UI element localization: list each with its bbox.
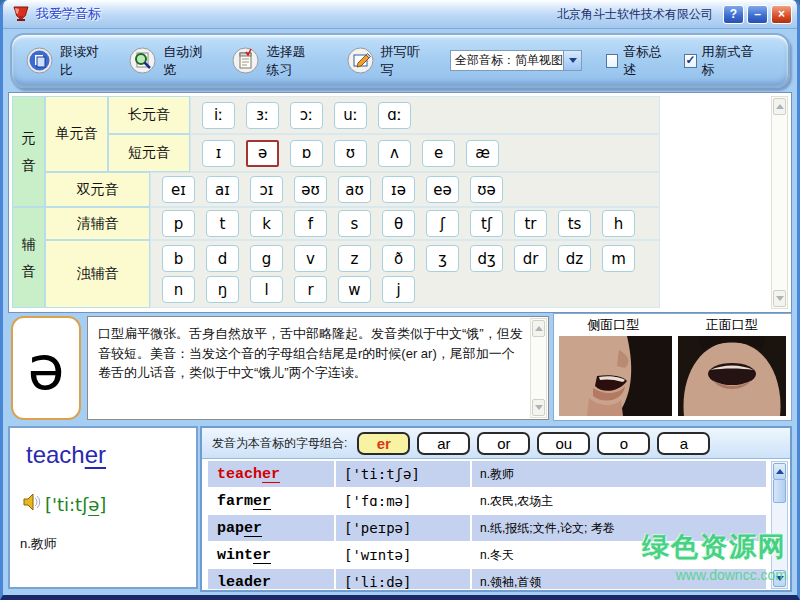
phoneme-button[interactable]: j bbox=[382, 276, 415, 303]
phoneme-button[interactable]: ts bbox=[558, 210, 591, 237]
word-table-row[interactable]: winter['wɪntə]n.冬天 bbox=[208, 542, 766, 568]
phoneme-button[interactable]: m bbox=[602, 245, 635, 272]
follow-read-icon bbox=[26, 47, 53, 74]
help-button[interactable]: ? bbox=[723, 5, 744, 24]
phoneme-button[interactable]: h bbox=[602, 210, 635, 237]
word-cell[interactable]: leader bbox=[208, 569, 336, 589]
phoneme-button[interactable]: ɑː bbox=[378, 102, 411, 129]
description-scrollbar[interactable] bbox=[530, 318, 547, 418]
letter-combo-or[interactable]: or bbox=[477, 432, 530, 455]
scroll-down-icon[interactable] bbox=[773, 570, 786, 587]
letter-combo-label: 发音为本音标的字母组合: bbox=[212, 435, 347, 452]
phoneme-button[interactable]: ɔː bbox=[290, 102, 323, 129]
word-table-row[interactable]: leader['li:də]n.领袖,首领 bbox=[208, 569, 766, 589]
scrollbar-thumb[interactable] bbox=[773, 479, 786, 503]
phoneme-button[interactable]: g bbox=[250, 245, 283, 272]
view-dropdown[interactable]: 全部音标：简单视图 bbox=[450, 50, 582, 71]
phoneme-button[interactable]: ɒ bbox=[290, 140, 323, 167]
phoneme-button[interactable]: ʃ bbox=[426, 210, 459, 237]
scroll-up-icon[interactable] bbox=[773, 98, 786, 115]
letter-combo-o[interactable]: o bbox=[597, 432, 650, 455]
word-cell[interactable]: teacher bbox=[208, 461, 336, 487]
phoneme-button[interactable]: w bbox=[338, 276, 371, 303]
word-cell[interactable]: paper bbox=[208, 515, 336, 541]
word-list-scrollbar[interactable] bbox=[771, 461, 788, 589]
letter-combo-ar[interactable]: ar bbox=[417, 432, 470, 455]
phonetic-table: 元音辅音单元音长元音短元音双元音清辅音浊辅音iːɜːɔːuːɑːɪəɒʊʌeæe… bbox=[12, 96, 660, 308]
phoneme-button[interactable]: tr bbox=[514, 210, 547, 237]
phoneme-button[interactable]: ɪə bbox=[382, 176, 415, 203]
spell-dictation-button[interactable]: 拼写听写 bbox=[347, 43, 420, 79]
checkbox-new-style[interactable]: 用新式音标 bbox=[684, 43, 756, 79]
letter-combo-er[interactable]: er bbox=[357, 432, 410, 455]
phoneme-button[interactable]: b bbox=[162, 245, 195, 272]
auto-browse-label: 自动浏览 bbox=[163, 43, 202, 79]
phoneme-button[interactable]: ʊ bbox=[334, 140, 367, 167]
phoneme-button[interactable]: tʃ bbox=[470, 210, 503, 237]
phoneme-button[interactable]: z bbox=[338, 245, 371, 272]
titlebar[interactable]: 我爱学音标 北京角斗士软件技术有限公司 ? – × bbox=[0, 0, 800, 29]
phoneme-button[interactable]: uː bbox=[334, 102, 367, 129]
scroll-down-icon[interactable] bbox=[532, 399, 545, 416]
phoneme-button[interactable]: r bbox=[294, 276, 327, 303]
phoneme-button[interactable]: ɪ bbox=[202, 140, 235, 167]
phoneme-button[interactable]: n bbox=[162, 276, 195, 303]
phoneme-button[interactable]: ɜː bbox=[246, 102, 279, 129]
auto-browse-button[interactable]: 自动浏览 bbox=[129, 43, 202, 79]
choice-practice-button[interactable]: 选择题练习 bbox=[232, 43, 316, 79]
table-scrollbar[interactable] bbox=[771, 96, 788, 309]
pronunciation-description: 口型扁平微张。舌身自然放平，舌中部略隆起。发音类似于中文“饿”，但发音较短。美音… bbox=[98, 326, 523, 380]
minimize-button[interactable]: – bbox=[747, 5, 768, 24]
phoneme-button[interactable]: t bbox=[206, 210, 239, 237]
phoneme-button[interactable]: eə bbox=[426, 176, 459, 203]
phoneme-button[interactable]: ɔɪ bbox=[250, 176, 283, 203]
close-button[interactable]: × bbox=[771, 5, 792, 24]
phoneme-button[interactable]: aɪ bbox=[206, 176, 239, 203]
phoneme-button-selected[interactable]: ə bbox=[246, 140, 279, 167]
word-cell[interactable]: farmer bbox=[208, 488, 336, 514]
phoneme-button[interactable]: dʒ bbox=[470, 245, 503, 272]
spell-dictation-label: 拼写听写 bbox=[381, 43, 420, 79]
phoneme-button[interactable]: əʊ bbox=[294, 176, 327, 203]
phoneme-button[interactable]: ʊə bbox=[470, 176, 503, 203]
word-table: teacher['ti:tʃə]n.教师farmer['fɑ:mə]n.农民,农… bbox=[208, 461, 766, 589]
phoneme-button[interactable]: eɪ bbox=[162, 176, 195, 203]
chevron-down-icon[interactable] bbox=[563, 51, 581, 70]
phoneme-button[interactable]: v bbox=[294, 245, 327, 272]
phoneme-button[interactable]: dr bbox=[514, 245, 547, 272]
scroll-up-icon[interactable] bbox=[532, 320, 545, 337]
phoneme-button[interactable]: k bbox=[250, 210, 283, 237]
phoneme-button[interactable]: aʊ bbox=[338, 176, 371, 203]
phoneme-button[interactable]: ʌ bbox=[378, 140, 411, 167]
phoneme-button[interactable]: dz bbox=[558, 245, 591, 272]
phoneme-button[interactable]: ʒ bbox=[426, 245, 459, 272]
phoneme-button[interactable]: θ bbox=[382, 210, 415, 237]
letter-combo-a[interactable]: a bbox=[657, 432, 710, 455]
word-cell[interactable]: winter bbox=[208, 542, 336, 568]
word-table-row[interactable]: farmer['fɑ:mə]n.农民,农场主 bbox=[208, 488, 766, 514]
phoneme-button[interactable]: æ bbox=[466, 140, 499, 167]
word-table-row[interactable]: paper['peɪpə]n.纸,报纸;文件,论文; 考卷 bbox=[208, 515, 766, 541]
view-dropdown-value: 全部音标：简单视图 bbox=[451, 52, 563, 69]
speaker-icon[interactable] bbox=[22, 493, 41, 515]
checkbox-unchecked-icon[interactable] bbox=[606, 54, 618, 68]
checkbox-checked-icon[interactable] bbox=[684, 54, 696, 68]
phoneme-button[interactable]: ŋ bbox=[206, 276, 239, 303]
current-symbol-box: ə bbox=[11, 316, 81, 420]
checkbox-summary[interactable]: 音标总述 bbox=[606, 43, 666, 79]
scroll-down-icon[interactable] bbox=[773, 290, 786, 307]
phoneme-button[interactable]: p bbox=[162, 210, 195, 237]
phoneme-button[interactable]: l bbox=[250, 276, 283, 303]
phoneme-button[interactable]: e bbox=[422, 140, 455, 167]
phoneme-button[interactable]: d bbox=[206, 245, 239, 272]
phoneme-button[interactable]: iː bbox=[202, 102, 235, 129]
phoneme-button[interactable]: s bbox=[338, 210, 371, 237]
phoneme-button[interactable]: ð bbox=[382, 245, 415, 272]
scroll-up-icon[interactable] bbox=[773, 463, 786, 480]
phoneme-button[interactable]: f bbox=[294, 210, 327, 237]
follow-read-button[interactable]: 跟读对比 bbox=[26, 43, 99, 79]
side-mouth-label: 侧面口型 bbox=[554, 316, 673, 334]
letter-combo-ou[interactable]: ou bbox=[537, 432, 590, 455]
word-table-row[interactable]: teacher['ti:tʃə]n.教师 bbox=[208, 461, 766, 487]
word-list-panel: 发音为本音标的字母组合: erarorouoa teacher['ti:tʃə]… bbox=[200, 426, 792, 592]
